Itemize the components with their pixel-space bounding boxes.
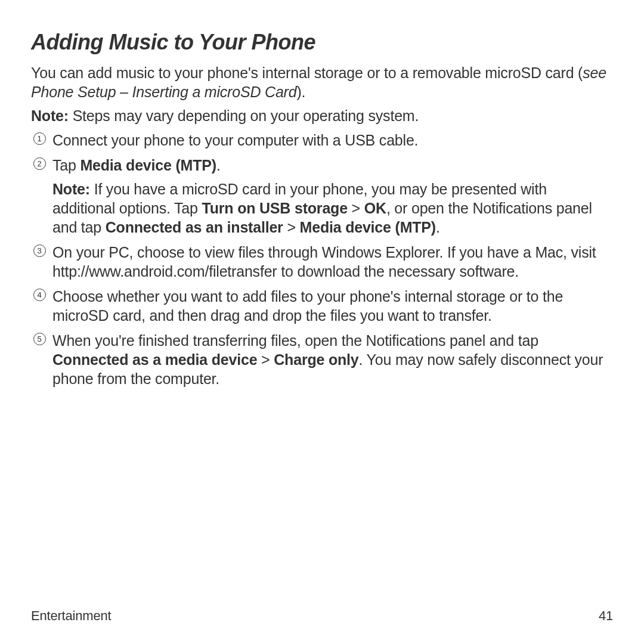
intro-text-before: You can add music to your phone's intern… [31, 64, 583, 81]
intro-text-after: ). [296, 83, 305, 100]
step-text: On your PC, choose to view files through… [52, 243, 613, 281]
ui-term: Charge only [274, 351, 358, 368]
circled-number: 3 [33, 244, 46, 257]
subnote-text: . [436, 219, 440, 236]
ui-term: Connected as a media device [52, 351, 257, 368]
step-marker-icon: 1 [31, 132, 48, 145]
step-text: Connect your phone to your computer with… [52, 131, 613, 150]
ui-term: Turn on USB storage [202, 200, 348, 216]
step-marker-icon: 4 [31, 289, 48, 301]
step-lead: Tap [52, 157, 80, 174]
circled-number: 2 [33, 157, 46, 170]
step-3: 3 On your PC, choose to view files throu… [31, 243, 613, 281]
step-marker-icon: 3 [31, 244, 48, 257]
steps-list: 1 Connect your phone to your computer wi… [31, 131, 613, 388]
separator-gt: > [348, 200, 364, 216]
ui-term: Media device (MTP) [300, 219, 436, 236]
footer-page-number: 41 [599, 608, 613, 624]
circled-number: 4 [33, 289, 46, 301]
ui-term: Connected as an installer [106, 219, 283, 236]
step-marker-icon: 2 [31, 157, 48, 170]
note-text: Steps may vary depending on your operati… [69, 107, 419, 124]
step-5: 5 When you're finished transferring file… [31, 331, 613, 388]
step-marker-icon: 5 [31, 333, 48, 345]
footer-section: Entertainment [31, 608, 111, 624]
separator-gt: > [257, 351, 274, 368]
ui-term: Media device (MTP) [80, 157, 216, 174]
note-line: Note: Steps may vary depending on your o… [31, 107, 613, 125]
ui-term: OK [364, 200, 386, 216]
step-subnote: Note: If you have a microSD card in your… [52, 179, 613, 237]
intro-paragraph: You can add music to your phone's intern… [31, 63, 613, 101]
page-footer: Entertainment 41 [31, 608, 613, 624]
step-text: Tap Media device (MTP). Note: If you hav… [52, 156, 613, 237]
step-2: 2 Tap Media device (MTP). Note: If you h… [31, 156, 613, 237]
step-lead: When you're finished transferring files,… [52, 332, 538, 349]
circled-number: 5 [33, 333, 46, 345]
step-text: When you're finished transferring files,… [52, 331, 613, 388]
separator-gt: > [283, 219, 300, 236]
step-tail: . [216, 157, 221, 174]
section-heading: Adding Music to Your Phone [31, 30, 613, 55]
step-text: Choose whether you want to add files to … [52, 287, 613, 325]
circled-number: 1 [33, 132, 46, 145]
note-label: Note: [52, 181, 90, 197]
step-1: 1 Connect your phone to your computer wi… [31, 131, 613, 150]
step-4: 4 Choose whether you want to add files t… [31, 287, 613, 325]
note-label: Note: [31, 107, 69, 124]
